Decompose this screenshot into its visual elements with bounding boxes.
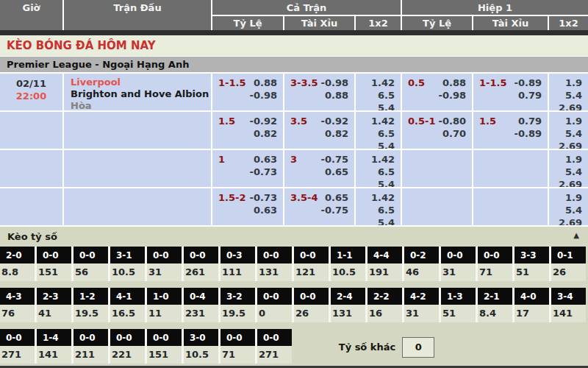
- score-odds[interactable]: 151: [37, 263, 71, 281]
- odds-value[interactable]: 1.9: [565, 191, 582, 204]
- odds-value[interactable]: -0.80: [439, 115, 466, 127]
- ft-1x2-cell[interactable]: 1.42 6.5 5.4: [356, 112, 401, 149]
- score-cell[interactable]: 4-0 17: [514, 288, 549, 322]
- score-odds[interactable]: 131: [257, 263, 292, 281]
- score-odds[interactable]: 191: [368, 263, 402, 281]
- score-cell[interactable]: 3-4 141: [551, 288, 586, 322]
- odds-value[interactable]: -0.89: [514, 77, 542, 89]
- score-label[interactable]: 0-4: [184, 288, 218, 305]
- h1-handicap-cell[interactable]: 0.5-1 -0.80 0.70: [402, 112, 472, 149]
- odds-value[interactable]: 0.88: [325, 89, 348, 102]
- score-odds[interactable]: 11: [147, 305, 182, 322]
- score-odds[interactable]: 231: [184, 305, 218, 322]
- score-label[interactable]: 1-3: [441, 288, 476, 305]
- ft-over-under-cell[interactable]: 3 -0.75 0.65: [284, 150, 354, 187]
- score-label[interactable]: 0-2: [404, 247, 439, 263]
- score-cell[interactable]: 0-0 121: [294, 247, 329, 281]
- odds-value[interactable]: 5.4: [378, 216, 395, 225]
- score-odds[interactable]: 56: [74, 263, 108, 281]
- score-label[interactable]: 4-3: [0, 288, 35, 305]
- score-odds[interactable]: 211: [74, 346, 108, 364]
- ft-handicap-cell[interactable]: 1-1.5 0.88 -0.98: [212, 74, 283, 110]
- score-cell[interactable]: 0-0 0: [257, 288, 292, 322]
- odds-value[interactable]: -0.89: [514, 127, 542, 140]
- h1-over-under-cell[interactable]: 1-1.5 -0.89 0.79: [473, 74, 548, 110]
- ft-handicap-cell[interactable]: 1.5 -0.92 0.82: [212, 112, 283, 149]
- score-cell[interactable]: 2-3 41: [37, 288, 71, 322]
- ft-over-under-cell[interactable]: 3.5-4 0.65 -0.75: [284, 188, 354, 225]
- score-odds[interactable]: 10.5: [110, 263, 145, 281]
- odds-value[interactable]: -0.98: [321, 77, 348, 89]
- score-odds[interactable]: 31: [147, 263, 182, 281]
- home-team[interactable]: Liverpool: [71, 77, 211, 88]
- score-odds[interactable]: 71: [220, 346, 255, 364]
- other-score-odds-box[interactable]: 0: [402, 337, 434, 358]
- score-label[interactable]: 0-3: [220, 247, 255, 263]
- score-cell[interactable]: 0-0 71: [478, 247, 512, 281]
- odds-value[interactable]: -0.75: [321, 153, 348, 166]
- score-odds[interactable]: 51: [514, 263, 549, 281]
- h1-1x2-cell[interactable]: 1.9 5.4 2.69: [549, 150, 588, 187]
- score-odds[interactable]: 131: [331, 305, 365, 322]
- score-cell[interactable]: 2-4 131: [331, 288, 365, 322]
- odds-value[interactable]: 0.63: [254, 204, 277, 216]
- score-label[interactable]: 2-1: [478, 288, 512, 305]
- score-label[interactable]: 2-3: [37, 288, 71, 305]
- score-cell[interactable]: 3-1 10.5: [110, 247, 145, 281]
- odds-value[interactable]: 6.5: [378, 204, 395, 216]
- score-cell[interactable]: 4-3 76: [0, 288, 35, 322]
- score-cell[interactable]: 3-2 19.5: [220, 288, 255, 322]
- odds-value[interactable]: 2.69: [559, 102, 582, 110]
- score-label[interactable]: 1-0: [147, 288, 182, 305]
- collapse-icon[interactable]: ▲: [573, 231, 579, 239]
- score-cell[interactable]: 0-0 71: [220, 329, 255, 364]
- score-cell[interactable]: 0-0 271: [257, 329, 292, 364]
- score-cell[interactable]: 4-2 31: [404, 288, 439, 322]
- odds-value[interactable]: -0.92: [321, 115, 348, 127]
- score-cell[interactable]: 0-3 111: [220, 247, 255, 281]
- odds-value[interactable]: 0.70: [442, 127, 466, 140]
- ft-1x2-cell[interactable]: 1.42 6.5 5.4: [356, 74, 401, 110]
- score-label[interactable]: 0-0: [294, 247, 329, 263]
- score-odds[interactable]: 31: [441, 263, 476, 281]
- score-cell[interactable]: 0-0 31: [441, 247, 476, 281]
- score-odds[interactable]: 31: [404, 305, 439, 322]
- score-label[interactable]: 0-0: [257, 288, 292, 305]
- odds-value[interactable]: 6.5: [378, 127, 395, 140]
- score-label[interactable]: 4-2: [404, 288, 439, 305]
- odds-value[interactable]: 5.4: [565, 204, 582, 216]
- score-odds[interactable]: 10.5: [184, 346, 218, 364]
- score-label[interactable]: 3-4: [551, 288, 586, 305]
- score-cell[interactable]: 0-2 46: [404, 247, 439, 281]
- score-label[interactable]: 0-0: [74, 329, 108, 346]
- score-odds[interactable]: 271: [0, 346, 35, 364]
- score-cell[interactable]: 0-4 231: [184, 288, 218, 322]
- score-label[interactable]: 0-1: [551, 247, 586, 263]
- score-label[interactable]: 0-0: [37, 247, 71, 263]
- score-odds[interactable]: 261: [184, 263, 218, 281]
- score-label[interactable]: 2-4: [331, 288, 365, 305]
- score-cell[interactable]: 2-0 8.8: [0, 247, 35, 281]
- odds-value[interactable]: 0.63: [254, 153, 277, 166]
- score-label[interactable]: 0-0: [257, 329, 292, 346]
- odds-value[interactable]: -0.98: [250, 89, 277, 102]
- score-odds[interactable]: 71: [478, 263, 512, 281]
- odds-value[interactable]: 1.42: [371, 191, 395, 204]
- odds-value[interactable]: 0.79: [518, 115, 542, 127]
- odds-value[interactable]: 5.4: [378, 140, 395, 149]
- ft-over-under-cell[interactable]: 3.5 -0.92 0.82: [284, 112, 354, 149]
- score-cell[interactable]: 0-0 271: [0, 329, 35, 364]
- h1-handicap-cell[interactable]: 0.5 0.88 -0.98: [402, 74, 472, 110]
- score-cell[interactable]: 4-4 191: [368, 247, 402, 281]
- score-odds[interactable]: 46: [404, 263, 439, 281]
- score-label[interactable]: 0-0: [220, 329, 255, 346]
- score-cell[interactable]: 0-0 221: [110, 329, 145, 364]
- h1-over-under-cell[interactable]: 1.5 0.79 -0.89: [473, 112, 548, 149]
- score-odds[interactable]: 141: [37, 346, 71, 364]
- score-odds[interactable]: 141: [551, 305, 586, 322]
- odds-value[interactable]: 5.4: [565, 166, 582, 178]
- score-label[interactable]: 2-2: [368, 288, 402, 305]
- score-label[interactable]: 1-1: [331, 247, 365, 263]
- score-odds[interactable]: 51: [441, 305, 476, 322]
- ft-handicap-cell[interactable]: 1 0.63 -0.73: [212, 150, 283, 187]
